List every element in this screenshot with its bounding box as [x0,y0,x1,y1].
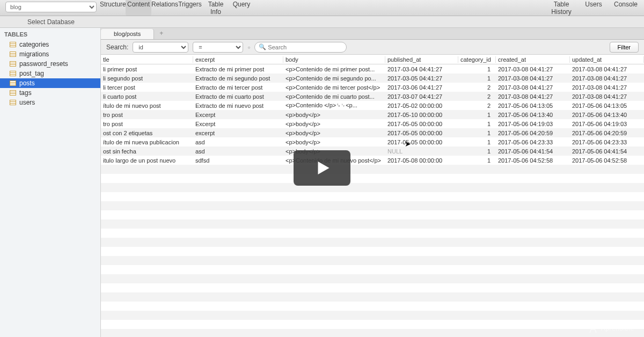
sidebar-item-categories[interactable]: categories [0,40,100,49]
sidebar-item-posts[interactable]: posts [0,78,100,88]
cell-published-at[interactable]: 2017-03-06 04:41:27 [385,84,458,91]
cell-excerpt[interactable]: excerpt [193,130,283,136]
table-history-tab[interactable]: Table History [545,0,577,16]
cell-created-at[interactable]: 2017-05-06 04:52:58 [496,157,570,164]
cell-updated-at[interactable]: 2017-05-06 04:19:03 [570,121,644,127]
cell-excerpt[interactable]: Extracto de mi segundo post [193,75,283,82]
table-row[interactable]: ost sin fechaasd<p>body</p>NULL12017-05-… [101,146,644,156]
table-row[interactable]: tro postExcerpt<p>body</p>2017-05-05 00:… [101,119,644,128]
cell-created-at[interactable]: 2017-05-06 04:19:03 [496,121,570,127]
cell-title[interactable]: li segundo post [101,75,193,82]
cell-category-id[interactable]: 1 [458,75,496,82]
table-row[interactable]: li segundo postExtracto de mi segundo po… [101,74,644,83]
cell-title[interactable]: itulo largo de un post nuevo [101,157,193,164]
table-row[interactable]: ítulo de mi nuevo postExtracto de mi nue… [101,101,644,110]
cell-excerpt[interactable]: asd [193,148,283,155]
cell-excerpt[interactable]: sdfsd [193,157,283,164]
cell-body[interactable]: <p>Contenido </p>␍␊<p... [283,102,385,109]
cell-published-at[interactable]: 2017-05-05 00:00:00 [385,130,458,136]
cell-created-at[interactable]: 2017-05-06 04:20:59 [496,130,570,136]
cell-category-id[interactable]: 1 [458,112,496,118]
col-body[interactable]: body [283,56,385,63]
cell-excerpt[interactable]: Extracto de mi tercer post [193,84,283,91]
table-row[interactable]: li cuarto postExtracto de mi cuarto post… [101,92,644,101]
col-excerpt[interactable]: excerpt [193,56,283,63]
cell-published-at[interactable]: 2017-05-05 00:00:00 [385,139,458,145]
cell-category-id[interactable]: 1 [458,148,496,155]
col-created-at[interactable]: created_at [496,56,570,63]
table-row[interactable]: li primer postExtracto de mi primer post… [101,64,644,74]
cell-category-id[interactable]: 1 [458,66,496,72]
relations-tab[interactable]: Relations [151,0,177,16]
play-button-overlay[interactable] [294,150,350,186]
cell-updated-at[interactable]: 2017-05-06 04:41:54 [570,148,644,155]
search-options-icon[interactable]: ◦ [247,43,250,52]
cell-published-at[interactable]: 2017-05-05 00:00:00 [385,121,458,127]
cell-created-at[interactable]: 2017-03-08 04:41:27 [496,93,570,100]
cell-created-at[interactable]: 2017-05-06 04:13:40 [496,112,570,118]
cell-published-at[interactable]: NULL [385,148,458,155]
cell-updated-at[interactable]: 2017-05-06 04:13:05 [570,102,644,109]
search-field-select[interactable]: id [133,42,188,53]
col-category-id[interactable]: category_id [458,56,496,63]
cell-excerpt[interactable]: Excerpt [193,121,283,127]
col-published-at[interactable]: published_at [385,56,458,63]
col-updated-at[interactable]: updated_at [570,56,644,63]
table-row[interactable]: ítulo de mi nueva publicacionasd<p>body<… [101,137,644,146]
cell-body[interactable]: <p>body</p> [283,112,385,118]
col-title[interactable]: tle [101,56,193,63]
cell-body[interactable]: <p>Contenido de mi cuarto post... [283,93,385,100]
cell-published-at[interactable]: 2017-03-05 04:41:27 [385,75,458,82]
cell-title[interactable]: ítulo de mi nueva publicacion [101,139,193,145]
table-row[interactable]: li tercer postExtracto de mi tercer post… [101,83,644,92]
table-row[interactable]: itulo largo de un post nuevosdfsd<p>Cont… [101,156,644,165]
cell-title[interactable]: li cuarto post [101,93,193,100]
cell-category-id[interactable]: 2 [458,93,496,100]
current-tab[interactable]: blog/posts [101,29,154,39]
cell-updated-at[interactable]: 2017-05-06 04:23:33 [570,139,644,145]
query-tab[interactable]: Query [229,0,254,16]
cell-updated-at[interactable]: 2017-05-06 04:20:59 [570,130,644,136]
new-tab-button[interactable]: + [154,28,169,39]
cell-updated-at[interactable]: 2017-05-06 04:13:40 [570,112,644,118]
database-select[interactable]: blog [5,2,97,12]
data-grid[interactable]: tle excerpt body published_at category_i… [101,55,644,337]
cell-created-at[interactable]: 2017-03-08 04:41:27 [496,84,570,91]
cell-title[interactable]: tro post [101,121,193,127]
search-input[interactable] [254,42,347,53]
cell-updated-at[interactable]: 2017-03-08 04:41:27 [570,66,644,72]
table-row[interactable]: ost con 2 etiquetasexcerpt<p>body</p>201… [101,128,644,137]
cell-published-at[interactable]: 2017-05-08 00:00:00 [385,157,458,164]
cell-title[interactable]: ost sin fecha [101,148,193,155]
search-op-select[interactable]: = [193,42,243,53]
sidebar-item-migrations[interactable]: migrations [0,49,100,59]
cell-excerpt[interactable]: Extracto de mi primer post [193,66,283,72]
cell-body[interactable]: <p>Contenido de mi segundo po... [283,75,385,82]
cell-published-at[interactable]: 2017-05-10 00:00:00 [385,112,458,118]
cell-body[interactable]: <p>body</p> [283,130,385,136]
cell-updated-at[interactable]: 2017-05-06 04:52:58 [570,157,644,164]
cell-created-at[interactable]: 2017-03-08 04:41:27 [496,66,570,72]
table-row[interactable]: tro postExcerpt<p>body</p>2017-05-10 00:… [101,110,644,119]
cell-category-id[interactable]: 1 [458,130,496,136]
cell-updated-at[interactable]: 2017-03-08 04:41:27 [570,93,644,100]
cell-category-id[interactable]: 1 [458,157,496,164]
cell-updated-at[interactable]: 2017-03-08 04:41:27 [570,75,644,82]
filter-button[interactable]: Filter [610,42,639,53]
cell-body[interactable]: <p>Contenido de mi primer post... [283,66,385,72]
triggers-tab[interactable]: Triggers [177,0,203,16]
cell-category-id[interactable]: 2 [458,102,496,109]
users-tab[interactable]: Users [577,0,610,16]
cell-body[interactable]: <p>body</p> [283,139,385,145]
cell-title[interactable]: ost con 2 etiquetas [101,130,193,136]
sidebar-item-password_resets[interactable]: password_resets [0,59,100,69]
cell-excerpt[interactable]: Extracto de mi nuevo post [193,102,283,109]
cell-excerpt[interactable]: Extracto de mi cuarto post [193,93,283,100]
cell-title[interactable]: ítulo de mi nuevo post [101,102,193,109]
cell-created-at[interactable]: 2017-05-06 04:23:33 [496,139,570,145]
sidebar-item-post_tag[interactable]: post_tag [0,69,100,78]
cell-created-at[interactable]: 2017-05-06 04:41:54 [496,148,570,155]
cell-updated-at[interactable]: 2017-03-08 04:41:27 [570,84,644,91]
cell-created-at[interactable]: 2017-03-08 04:41:27 [496,75,570,82]
cell-created-at[interactable]: 2017-05-06 04:13:05 [496,102,570,109]
